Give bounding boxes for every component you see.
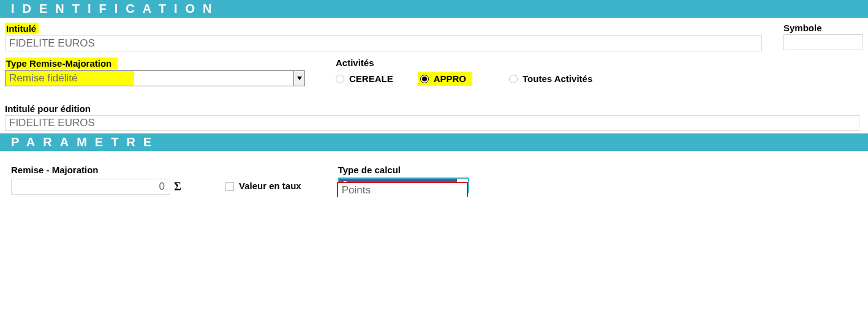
section-header-parametre: PARAMETRE	[0, 133, 868, 151]
symbole-input[interactable]	[783, 34, 863, 50]
symbole-label: Symbole	[783, 23, 863, 33]
activite-radio-toutes[interactable]: Toutes Activités	[509, 73, 592, 84]
sigma-icon[interactable]: Σ	[170, 179, 185, 195]
intitule-input[interactable]	[5, 35, 762, 51]
type-remise-majoration-value: Remise fidélité	[6, 71, 81, 86]
parametre-section: Remise - Majoration Σ Valeur en taux Typ…	[0, 151, 868, 197]
radio-label: Toutes Activités	[523, 73, 592, 84]
activites-label: Activités	[336, 58, 592, 68]
valeur-taux-checkbox[interactable]	[225, 182, 234, 191]
radio-icon	[336, 75, 344, 83]
activite-radio-appro[interactable]: APPRO	[418, 72, 472, 86]
radio-label: APPRO	[434, 73, 466, 84]
type-remise-majoration-label: Type Remise-Majoration	[5, 58, 118, 69]
activite-radio-cereale[interactable]: CEREALE	[336, 73, 393, 84]
identification-section: Intitulé Symbole Type Remise-Majoration …	[0, 18, 868, 133]
remise-majoration-label: Remise - Majoration	[11, 165, 195, 175]
chevron-down-icon	[293, 71, 304, 86]
type-calcul-dropdown: Points € % Passage en caisse	[337, 182, 468, 197]
radio-label: CEREALE	[349, 73, 393, 84]
radio-icon	[509, 75, 518, 83]
type-remise-majoration-select[interactable]: Remise fidélité	[5, 70, 305, 86]
intitule-edition-input[interactable]	[5, 115, 859, 131]
intitule-label: Intitulé	[5, 23, 39, 34]
type-calcul-option[interactable]: Points	[338, 183, 467, 197]
intitule-edition-label: Intitulé pour édition	[5, 103, 863, 114]
type-calcul-label: Type de calcul	[338, 165, 469, 175]
radio-icon	[420, 75, 429, 83]
valeur-taux-label: Valeur en taux	[239, 181, 301, 191]
svg-marker-0	[297, 77, 302, 80]
section-header-identification: IDENTIFICATION	[0, 0, 868, 18]
remise-majoration-input[interactable]	[11, 179, 170, 195]
